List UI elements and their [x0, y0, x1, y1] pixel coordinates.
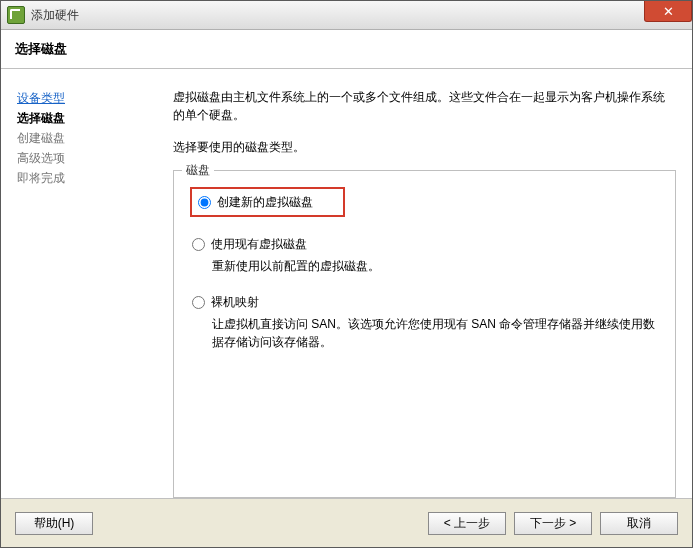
close-button[interactable]: ✕	[644, 1, 692, 22]
option-create-new: 创建新的虚拟磁盘	[190, 187, 659, 217]
step-create-disk: 创建磁盘	[17, 128, 167, 148]
add-hardware-dialog: 添加硬件 ✕ 选择磁盘 设备类型 选择磁盘 创建磁盘 高级选项 即将完成 虚拟磁…	[0, 0, 693, 548]
wizard-steps: 设备类型 选择磁盘 创建磁盘 高级选项 即将完成	[17, 88, 173, 498]
step-device-type[interactable]: 设备类型	[17, 88, 167, 108]
radio-raw-mapping[interactable]	[192, 296, 205, 309]
radio-raw-mapping-label: 裸机映射	[211, 293, 259, 311]
page-title: 选择磁盘	[15, 40, 678, 58]
option-use-existing: 使用现有虚拟磁盘 重新使用以前配置的虚拟磁盘。	[190, 235, 659, 275]
wizard-content: 虚拟磁盘由主机文件系统上的一个或多个文件组成。这些文件合在一起显示为客户机操作系…	[173, 88, 676, 498]
option-raw-mapping: 裸机映射 让虚拟机直接访问 SAN。该选项允许您使用现有 SAN 命令管理存储器…	[190, 293, 659, 351]
step-select-disk: 选择磁盘	[17, 108, 167, 128]
disk-group: 磁盘 创建新的虚拟磁盘 使用现有虚拟磁盘	[173, 170, 676, 498]
cancel-button[interactable]: 取消	[600, 512, 678, 535]
titlebar: 添加硬件 ✕	[1, 1, 692, 30]
wizard-footer: 帮助(H) < 上一步 下一步 > 取消	[1, 498, 692, 547]
radio-raw-mapping-desc: 让虚拟机直接访问 SAN。该选项允许您使用现有 SAN 命令管理存储器并继续使用…	[212, 315, 659, 351]
vsphere-icon	[7, 6, 25, 24]
description-text-1: 虚拟磁盘由主机文件系统上的一个或多个文件组成。这些文件合在一起显示为客户机操作系…	[173, 88, 676, 124]
back-button[interactable]: < 上一步	[428, 512, 506, 535]
highlight-box: 创建新的虚拟磁盘	[190, 187, 345, 217]
radio-use-existing[interactable]	[192, 238, 205, 251]
help-button[interactable]: 帮助(H)	[15, 512, 93, 535]
radio-use-existing-desc: 重新使用以前配置的虚拟磁盘。	[212, 257, 659, 275]
wizard-header: 选择磁盘	[1, 30, 692, 69]
radio-create-new-label: 创建新的虚拟磁盘	[217, 193, 313, 211]
radio-create-new[interactable]	[198, 196, 211, 209]
description-text-2: 选择要使用的磁盘类型。	[173, 138, 676, 156]
step-advanced: 高级选项	[17, 148, 167, 168]
radio-use-existing-label: 使用现有虚拟磁盘	[211, 235, 307, 253]
step-finish: 即将完成	[17, 168, 167, 188]
next-button[interactable]: 下一步 >	[514, 512, 592, 535]
disk-group-label: 磁盘	[182, 162, 214, 179]
window-title: 添加硬件	[31, 7, 79, 24]
